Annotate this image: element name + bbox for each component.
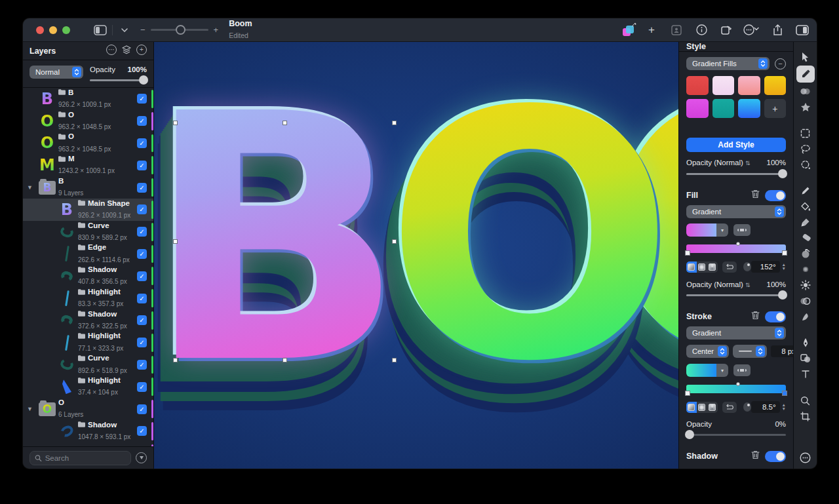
zoom-slider[interactable] [151,29,208,31]
layer-row[interactable]: OO963.2 × 1048.5 px✓ [23,110,153,132]
gradient-stop-start[interactable] [685,250,690,256]
layer-row[interactable]: Highlight83.3 × 357.3 px✓ [23,287,153,309]
stroke-type-dropdown[interactable]: Gradient [686,326,786,339]
gradient-linear-button[interactable] [686,402,697,413]
layer-row[interactable]: OO963.2 × 1048.5 px✓ [23,132,153,155]
zoom-slider-knob[interactable] [176,25,185,35]
marquee-tool[interactable] [796,126,815,140]
selection-handle[interactable] [173,239,178,244]
select-tool[interactable] [796,50,815,64]
layer-row[interactable]: Highlight77.1 × 323.3 px✓ [23,332,153,354]
layer-search[interactable] [29,451,131,465]
shadow-delete-button[interactable] [751,450,760,462]
gradient-midpoint[interactable] [736,382,740,386]
share-button[interactable] [770,22,785,38]
layer-visibility-checkbox[interactable]: ✓ [137,404,147,414]
remove-style-button[interactable]: − [775,58,786,69]
layer-visibility-checkbox[interactable]: ✓ [137,426,147,436]
layer-visibility-checkbox[interactable]: ✓ [137,183,147,193]
clone-tool[interactable] [796,294,815,308]
layer-visibility-checkbox[interactable]: ✓ [137,94,147,104]
stepper-chevrons[interactable]: ▲▼ [782,263,786,271]
slider-knob[interactable] [685,430,694,439]
selection-handle[interactable] [392,358,397,362]
add-layer-button[interactable]: + [136,45,147,55]
blend-mode-dropdown[interactable]: Normal [29,66,83,79]
style-opacity-slider[interactable] [686,173,786,175]
layer-visibility-checkbox[interactable]: ✓ [137,116,147,126]
selection-brush-tool[interactable] [796,157,815,172]
fill-gradient-swatch[interactable]: ▾ [686,223,728,237]
style-swatches-icon[interactable] [623,24,634,36]
selection-handle[interactable] [283,358,287,362]
stroke-gradient-swatch[interactable]: ▾ [686,364,728,377]
chevron-down-icon[interactable]: ▼ [27,184,36,191]
crop-tool[interactable] [796,409,815,423]
sidebar-toggle-button[interactable] [92,22,108,38]
layer-row[interactable]: Highlight37.4 × 104 px✓ [23,376,153,398]
maximize-button[interactable] [62,26,70,34]
style-preset-swatch[interactable] [712,99,735,118]
fill-opacity-slider[interactable] [686,294,786,296]
style-preset-swatch[interactable] [764,76,787,95]
gradient-stop-end[interactable] [782,250,787,256]
more-tools-button[interactable] [796,450,815,465]
fill-gradient-bar[interactable] [686,244,786,253]
stroke-position-dropdown[interactable]: Center [686,345,729,358]
style-preset-swatch[interactable] [738,99,760,118]
stroke-gradient-bar[interactable] [686,385,786,393]
stroke-angle-value[interactable]: 8.5° [751,401,780,413]
layer-row[interactable]: Edge262.6 × 1114.6 px✓ [23,243,153,265]
gradient-editor-button[interactable] [733,224,751,236]
gradient-midpoint[interactable] [736,242,740,246]
slider-knob[interactable] [778,290,787,300]
zoom-in-icon[interactable]: + [214,25,219,35]
layer-visibility-checkbox[interactable]: ✓ [137,360,147,370]
fill-angle-field[interactable]: 152° ▲▼ [751,261,786,273]
eraser-tool[interactable] [796,231,815,245]
isolate-layers-button[interactable] [121,45,132,58]
layer-row[interactable]: Shadow372.6 × 322.5 px✓ [23,309,153,332]
star-tool[interactable] [796,100,815,114]
blend-tool[interactable] [796,84,815,98]
gradient-color-ball[interactable] [743,402,751,412]
fill-toggle[interactable] [765,190,786,201]
layers-more-button[interactable]: ⋯ [106,45,117,55]
stroke-angle-field[interactable]: 8.5° ▲▼ [751,401,786,413]
gradient-radial-button[interactable] [697,262,707,273]
fill-angle-value[interactable]: 152° [751,261,780,273]
chevron-down-icon[interactable]: ▼ [27,406,36,412]
brush-tool[interactable] [796,215,815,229]
layer-row[interactable]: Main Shape✓ [23,442,153,446]
add-preset-button[interactable]: + [764,99,787,118]
style-preset-swatch[interactable] [712,76,735,95]
layer-visibility-checkbox[interactable]: ✓ [137,382,147,392]
style-preset-swatch[interactable] [738,76,760,95]
bucket-tool[interactable] [796,199,815,214]
style-tool[interactable] [796,66,815,83]
fill-type-dropdown[interactable]: Gradient [686,205,786,218]
adjust-tool[interactable] [796,278,815,292]
blur-tool[interactable] [796,262,815,277]
layer-row[interactable]: Curve892.6 × 518.9 px✓ [23,354,153,376]
layer-group-row[interactable]: ▼BB9 Layers✓ [23,176,153,199]
more-options-button[interactable] [743,22,760,38]
layer-visibility-checkbox[interactable]: ✓ [137,271,147,281]
gradient-reverse-button[interactable] [722,262,737,273]
shape-tool[interactable] [796,351,815,366]
layer-row[interactable]: Shadow407.8 × 356.5 px✓ [23,265,153,287]
style-preset-swatch[interactable] [686,76,709,95]
layer-visibility-checkbox[interactable]: ✓ [137,161,147,170]
rotate-copies-tool[interactable] [796,246,815,261]
export-button[interactable] [718,22,734,38]
selection-handle[interactable] [173,358,178,362]
smudge-tool[interactable] [796,309,815,324]
zoom-tool[interactable] [796,393,815,408]
avatar-button[interactable] [669,22,684,38]
slider-knob[interactable] [778,169,787,178]
zoom-out-icon[interactable]: − [140,25,146,35]
gradient-editor-button[interactable] [733,364,751,376]
gradient-reverse-button[interactable] [722,402,737,413]
slider-knob[interactable] [139,75,148,85]
layer-group-row[interactable]: ▼OO6 Layers✓ [23,398,153,420]
